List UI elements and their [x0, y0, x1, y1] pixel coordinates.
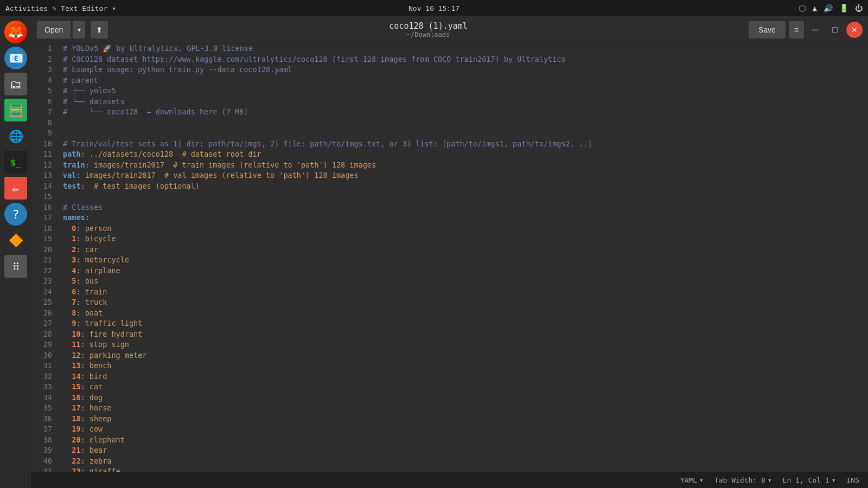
- code-line: # ├── yolov5: [63, 86, 868, 97]
- taskbar-item-mail[interactable]: 📧: [4, 47, 27, 69]
- activities-label[interactable]: Activities: [5, 4, 48, 12]
- code-line: test: # test images (optional): [63, 181, 868, 192]
- status-bar: YAML ▾ Tab Width: 8 ▾ Ln 1, Col 1 ▾ INS: [31, 472, 868, 488]
- title-bar-left: Open ▾ ⬆: [31, 21, 108, 38]
- code-line: 0: person: [63, 223, 868, 234]
- tab-width-selector[interactable]: Tab Width: 8 ▾: [714, 476, 772, 484]
- code-line: [63, 191, 868, 202]
- code-line: 1: bicycle: [63, 234, 868, 245]
- system-bar-datetime: Nov 16 15:17: [409, 4, 459, 12]
- code-line: 5: bus: [63, 276, 868, 287]
- code-line: 16: dog: [63, 393, 868, 403]
- code-line: 18: sheep: [63, 414, 868, 425]
- code-line: # Classes: [63, 202, 868, 213]
- volume-icon[interactable]: 🔊: [824, 4, 833, 12]
- taskbar: 🦊 📧 🗂 🧮 🌐 $_ ✏️ ? 🔶 ⠿: [0, 16, 31, 488]
- file-path-label: ~/Downloads: [389, 31, 468, 38]
- open-dropdown-button[interactable]: ▾: [73, 21, 85, 38]
- code-line: 21: bear: [63, 445, 868, 456]
- code-line: 22: zebra: [63, 456, 868, 467]
- code-line: 6: train: [63, 287, 868, 298]
- language-selector[interactable]: YAML ▾: [680, 476, 704, 484]
- code-line: # └── datasets: [63, 97, 868, 107]
- taskbar-item-calc[interactable]: 🧮: [4, 99, 27, 121]
- code-line: # └── coco128 ← downloads here (7 MB): [63, 107, 868, 118]
- editor-container: 1234567891011121314151617181920212223242…: [31, 43, 868, 472]
- taskbar-item-appgrid[interactable]: ⠿: [4, 255, 27, 278]
- code-line: 11: stop sign: [63, 339, 868, 350]
- title-bar: Open ▾ ⬆ coco128 (1).yaml ~/Downloads Sa…: [31, 16, 868, 43]
- code-line: names:: [63, 213, 868, 223]
- code-line: 12: parking meter: [63, 350, 868, 361]
- code-line: [63, 128, 868, 139]
- minimize-button[interactable]: ─: [807, 22, 824, 38]
- cursor-position[interactable]: Ln 1, Col 1 ▾: [783, 476, 836, 484]
- code-line: 4: airplane: [63, 266, 868, 277]
- klokki-icon: ⬡: [799, 3, 806, 14]
- code-line: 3: motorcycle: [63, 255, 868, 266]
- title-bar-center: coco128 (1).yaml ~/Downloads: [389, 21, 468, 38]
- code-line: path: ../datasets/coco128 # dataset root…: [63, 149, 868, 160]
- code-line: # Train/val/test sets as 1) dir: path/to…: [63, 139, 868, 150]
- code-content[interactable]: # YOLOv5 🚀 by Ultralytics, GPL-3.0 licen…: [59, 43, 868, 472]
- code-line: 9: traffic light: [63, 318, 868, 329]
- power-icon[interactable]: ⏻: [855, 4, 863, 12]
- code-line: 13: bench: [63, 361, 868, 371]
- position-dropdown-icon: ▾: [832, 476, 836, 484]
- code-line: train: images/train2017 # train images (…: [63, 160, 868, 171]
- code-line: 2: car: [63, 245, 868, 255]
- code-line: 8: boat: [63, 308, 868, 319]
- code-line: [63, 118, 868, 129]
- code-line: # COCO128 dataset https://www.kaggle.com…: [63, 54, 868, 65]
- open-button[interactable]: Open: [37, 21, 71, 38]
- taskbar-item-help[interactable]: ?: [4, 203, 27, 226]
- taskbar-item-firefox[interactable]: 🦊: [4, 21, 27, 43]
- system-bar-left: Activities ✎ Text Editor ▾: [5, 4, 116, 12]
- code-line: 20: elephant: [63, 435, 868, 446]
- code-line: # YOLOv5 🚀 by Ultralytics, GPL-3.0 licen…: [63, 43, 868, 54]
- taskbar-item-chrome[interactable]: 🌐: [4, 125, 27, 147]
- system-bar: Activities ✎ Text Editor ▾ Nov 16 15:17 …: [0, 0, 868, 16]
- taskbar-item-terminal[interactable]: $_: [4, 151, 27, 174]
- app-name-label: Text Editor: [61, 4, 107, 12]
- taskbar-item-vlc[interactable]: 🔶: [4, 229, 27, 252]
- file-name-label: coco128 (1).yaml: [389, 21, 468, 31]
- code-line: 7: truck: [63, 297, 868, 308]
- code-line: 14: bird: [63, 371, 868, 382]
- taskbar-item-files[interactable]: 🗂: [4, 73, 27, 95]
- language-dropdown-icon: ▾: [699, 476, 704, 484]
- code-line: # Example usage: python train.py --data …: [63, 65, 868, 75]
- system-bar-right: ⬡ ▲ 🔊 🔋 ⏻: [799, 3, 863, 14]
- code-line: 19: cow: [63, 424, 868, 435]
- insert-mode-label: INS: [847, 476, 859, 484]
- code-line: 17: horse: [63, 403, 868, 414]
- taskbar-item-texteditor[interactable]: ✏️: [4, 177, 27, 200]
- code-line: # parent: [63, 75, 868, 86]
- line-numbers: 1234567891011121314151617181920212223242…: [31, 43, 59, 472]
- battery-icon[interactable]: 🔋: [839, 4, 848, 12]
- code-line: 10: fire hydrant: [63, 329, 868, 340]
- code-line: val: images/train2017 # val images (rela…: [63, 170, 868, 181]
- code-line: 23: giraffe: [63, 466, 868, 472]
- code-line: 15: cat: [63, 382, 868, 393]
- hamburger-menu-button[interactable]: ≡: [789, 21, 804, 38]
- title-bar-right: Save ≡ ─ □ ✕: [749, 21, 868, 38]
- tabwidth-dropdown-icon: ▾: [768, 476, 772, 484]
- app-menu-arrow[interactable]: ▾: [112, 4, 116, 12]
- close-button[interactable]: ✕: [846, 22, 863, 38]
- maximize-button[interactable]: □: [827, 22, 843, 38]
- save-history-button[interactable]: ⬆: [91, 21, 108, 38]
- wifi-icon[interactable]: ▲: [813, 4, 817, 12]
- save-button[interactable]: Save: [749, 21, 786, 38]
